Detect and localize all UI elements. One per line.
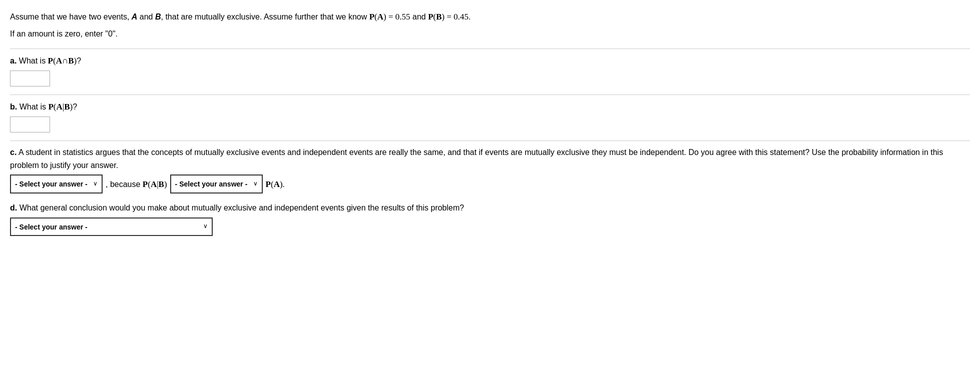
because-text: , because P(A|B) — [106, 178, 167, 191]
question-c-label: c. — [10, 148, 17, 156]
question-c-dropdown2-wrapper[interactable]: - Select your answer - = ≠ < > — [170, 174, 263, 194]
question-b-block: b. What is P(A|B)? — [10, 100, 970, 132]
question-b-label: b. — [10, 102, 17, 111]
question-d-answer-row: - Select your answer - Mutually exclusiv… — [10, 218, 970, 236]
question-d-text: d. What general conclusion would you mak… — [10, 202, 970, 214]
divider-top — [10, 48, 970, 49]
question-c-dropdown1-wrapper[interactable]: - Select your answer - Yes No — [10, 174, 103, 194]
question-b-label-row: b. What is P(A|B)? — [10, 100, 970, 114]
question-b-text: What is P(A|B)? — [20, 102, 77, 111]
question-c-dropdown2[interactable]: - Select your answer - = ≠ < > — [175, 180, 248, 188]
divider-a — [10, 94, 970, 95]
question-a-block: a. What is P(A∩B)? — [10, 54, 970, 86]
question-d-label: d. — [10, 204, 17, 212]
question-c-dropdown1[interactable]: - Select your answer - Yes No — [15, 180, 88, 188]
page-container: Assume that we have two events, A and B,… — [10, 10, 970, 236]
question-d-block: d. What general conclusion would you mak… — [10, 202, 970, 236]
question-a-label-row: a. What is P(A∩B)? — [10, 54, 970, 68]
zero-note: If an amount is zero, enter "0". — [10, 28, 970, 40]
question-a-label: a. — [10, 56, 17, 65]
question-c-answer-row: - Select your answer - Yes No , because … — [10, 174, 970, 194]
question-a-input[interactable] — [10, 70, 50, 86]
divider-b — [10, 140, 970, 141]
question-d-dropdown-wrapper[interactable]: - Select your answer - Mutually exclusiv… — [10, 218, 213, 236]
question-d-dropdown[interactable]: - Select your answer - Mutually exclusiv… — [15, 223, 198, 231]
question-c-block: c. A student in statistics argues that t… — [10, 146, 970, 194]
question-c-text: c. A student in statistics argues that t… — [10, 146, 970, 172]
pa-text: P(A). — [266, 178, 285, 191]
question-b-input[interactable] — [10, 116, 50, 132]
intro-line1: Assume that we have two events, A and B,… — [10, 10, 970, 24]
question-a-text: What is P(A∩B)? — [19, 56, 81, 65]
